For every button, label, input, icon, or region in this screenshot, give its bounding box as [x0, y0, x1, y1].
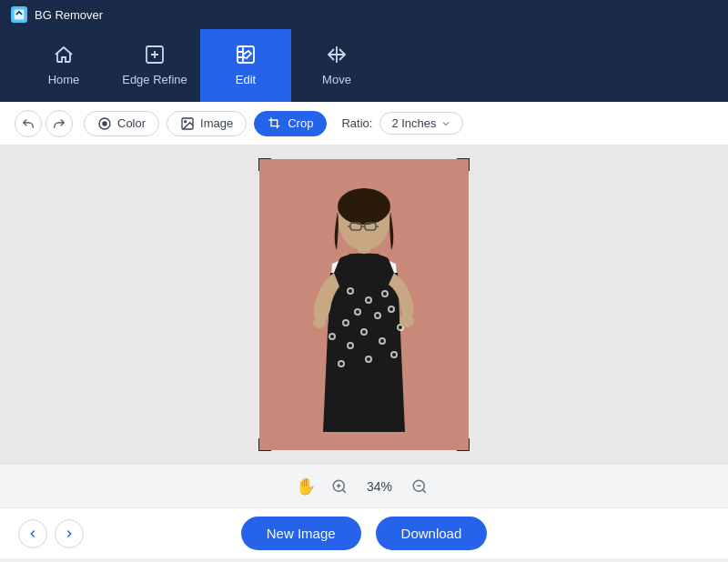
- undo-redo-group: [15, 110, 73, 137]
- image-button[interactable]: Image: [167, 111, 247, 136]
- nav-label-home: Home: [48, 73, 80, 86]
- svg-point-28: [344, 321, 348, 325]
- svg-point-47: [399, 315, 414, 327]
- nav-bar: Home Edge Refine Edit M: [0, 29, 728, 102]
- zoom-bar: ✋ 34%: [0, 464, 728, 507]
- zoom-in-button[interactable]: [327, 474, 352, 499]
- zoom-out-button[interactable]: [407, 474, 432, 499]
- svg-rect-16: [371, 254, 380, 274]
- svg-point-30: [389, 307, 393, 311]
- app-icon: [11, 6, 27, 23]
- nav-item-home[interactable]: Home: [18, 29, 109, 102]
- svg-rect-2: [238, 46, 254, 63]
- svg-point-46: [392, 353, 396, 356]
- nav-label-move: Move: [322, 73, 351, 86]
- svg-point-40: [330, 335, 334, 338]
- app-name: BG Remover: [35, 8, 103, 22]
- svg-point-38: [399, 326, 402, 329]
- svg-point-32: [362, 330, 366, 334]
- nav-label-edge-refine: Edge Refine: [122, 73, 187, 86]
- photo-background: [259, 159, 469, 450]
- svg-point-24: [356, 310, 359, 314]
- ratio-select[interactable]: 2 Inches: [379, 112, 462, 135]
- svg-point-20: [367, 298, 370, 302]
- svg-point-18: [349, 289, 352, 293]
- svg-point-4: [103, 122, 106, 125]
- toolbar: Color Image Crop Ratio: 2 Inches: [0, 102, 728, 146]
- ratio-label: Ratio:: [341, 116, 372, 130]
- ratio-value: 2 Inches: [391, 116, 436, 130]
- next-button[interactable]: [55, 519, 84, 548]
- edge-refine-icon: [142, 42, 167, 67]
- undo-button[interactable]: [15, 110, 42, 137]
- home-icon: [51, 42, 76, 67]
- move-icon: [324, 42, 349, 67]
- prev-button[interactable]: [18, 519, 47, 548]
- image-container[interactable]: [259, 159, 469, 450]
- nav-arrows: [18, 519, 84, 548]
- svg-point-22: [383, 292, 387, 296]
- zoom-percent: 34%: [363, 479, 396, 494]
- svg-point-26: [376, 314, 379, 317]
- canvas-area: [0, 146, 728, 464]
- svg-line-55: [422, 489, 425, 492]
- edit-icon: [233, 42, 258, 67]
- svg-point-42: [367, 357, 370, 361]
- svg-rect-15: [348, 254, 357, 274]
- color-button[interactable]: Color: [84, 111, 159, 136]
- crop-button[interactable]: Crop: [254, 111, 327, 136]
- svg-point-6: [185, 120, 187, 122]
- redo-button[interactable]: [46, 110, 73, 137]
- title-bar: BG Remover: [0, 0, 728, 29]
- nav-item-edge-refine[interactable]: Edge Refine: [109, 29, 200, 102]
- new-image-button[interactable]: New Image: [241, 517, 361, 550]
- hand-icon: ✋: [296, 477, 316, 497]
- nav-item-move[interactable]: Move: [291, 29, 382, 102]
- nav-item-edit[interactable]: Edit: [200, 29, 291, 102]
- nav-label-edit: Edit: [236, 73, 256, 86]
- svg-point-36: [380, 339, 384, 343]
- bottom-bar: New Image Download: [0, 507, 728, 558]
- svg-line-52: [342, 489, 345, 492]
- svg-point-34: [349, 344, 352, 347]
- svg-point-44: [339, 362, 343, 366]
- svg-point-48: [313, 317, 326, 328]
- download-button[interactable]: Download: [376, 517, 488, 550]
